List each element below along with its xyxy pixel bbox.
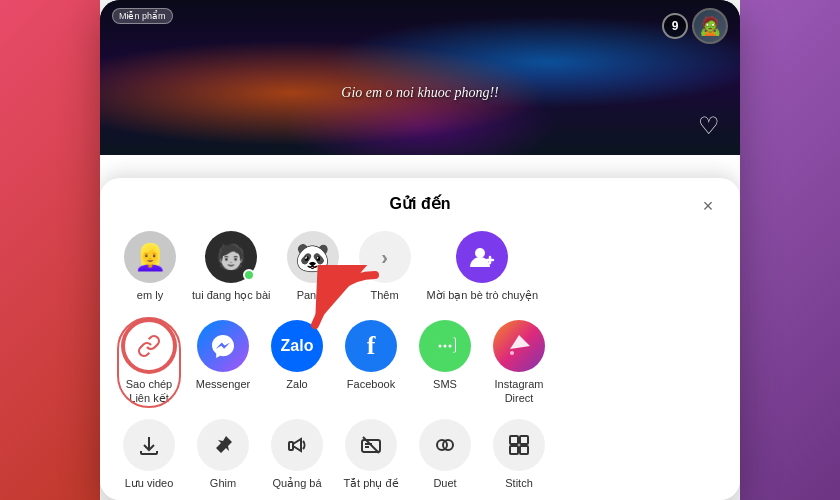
svg-point-5	[444, 345, 447, 348]
action-item-duet[interactable]: Duet	[416, 419, 474, 490]
action-icon-pin	[197, 419, 249, 471]
app-icon-messenger	[197, 320, 249, 372]
action-icon-save-video	[123, 419, 175, 471]
app-item-zalo[interactable]: Zalo Zalo	[268, 320, 326, 391]
action-item-tat-phu-de[interactable]: Tắt phụ đề	[342, 419, 400, 490]
contact-avatar-emly: 👱‍♀️	[124, 231, 176, 283]
game-text: Gio em o noi khuoc phong!!	[341, 85, 498, 101]
svg-rect-17	[510, 446, 518, 454]
sheet-header: Gửi đến ×	[120, 194, 720, 213]
action-item-save-video[interactable]: Lưu video	[120, 419, 178, 490]
contact-label-more: Thêm	[371, 289, 399, 302]
action-item-quang-ba[interactable]: Quảng bá	[268, 419, 326, 490]
bg-left	[0, 0, 100, 500]
mien-pham-badge: Miễn phẩm	[112, 8, 173, 24]
contact-item-add-friend[interactable]: Mời bạn bè trò chuyện	[427, 231, 539, 302]
app-label-zalo: Zalo	[286, 378, 307, 391]
contact-item-more[interactable]: › Thêm	[355, 231, 415, 302]
action-label-duet: Duet	[433, 477, 456, 490]
online-indicator	[243, 269, 255, 281]
app-label-facebook: Facebook	[347, 378, 395, 391]
top-bar: Miễn phẩm 9 🧟	[100, 8, 740, 44]
action-icon-duet	[419, 419, 471, 471]
bg-right	[740, 0, 840, 500]
app-item-instagram-direct[interactable]: InstagramDirect	[490, 320, 548, 404]
app-icon-facebook: f	[345, 320, 397, 372]
contact-item-panda[interactable]: 🐼 Panda	[283, 231, 343, 302]
app-item-copy-link[interactable]: Sao chépLiên kết	[120, 320, 178, 404]
app-label-copy-link: Sao chépLiên kết	[126, 378, 172, 404]
actions-row: Lưu video Ghim Quảng b	[120, 419, 720, 490]
app-icon-copy-link	[123, 320, 175, 372]
action-icon-quang-ba	[271, 419, 323, 471]
svg-rect-15	[510, 436, 518, 444]
app-item-facebook[interactable]: f Facebook	[342, 320, 400, 391]
action-label-save-video: Lưu video	[125, 477, 174, 490]
contact-avatar-more: ›	[359, 231, 411, 283]
level-badge: 9	[662, 13, 688, 39]
action-label-stitch: Stitch	[505, 477, 533, 490]
contact-avatar-panda: 🐼	[287, 231, 339, 283]
app-icon-instagram-direct	[493, 320, 545, 372]
contacts-row: 👱‍♀️ em ly 🧑 tui đang học bài 🐼	[120, 231, 720, 302]
action-label-pin: Ghim	[210, 477, 236, 490]
svg-point-6	[449, 345, 452, 348]
svg-rect-16	[520, 436, 528, 444]
app-label-instagram-direct: InstagramDirect	[495, 378, 544, 404]
apps-row: Sao chépLiên kết Messenger Zalo Zalo f	[120, 320, 720, 404]
contact-label-tui: tui đang học bài	[192, 289, 271, 302]
top-right-area: 9 🧟	[662, 8, 728, 44]
svg-rect-18	[520, 446, 528, 454]
action-label-tat-phu-de: Tắt phụ đề	[343, 477, 398, 490]
app-label-sms: SMS	[433, 378, 457, 391]
game-header: Miễn phẩm 9 🧟 Gio em o noi khuoc phong!!…	[100, 0, 740, 155]
player-avatar: 🧟	[692, 8, 728, 44]
action-icon-stitch	[493, 419, 545, 471]
contact-label-panda: Panda	[297, 289, 329, 302]
app-item-messenger[interactable]: Messenger	[194, 320, 252, 391]
contact-item-emly[interactable]: 👱‍♀️ em ly	[120, 231, 180, 302]
contact-avatar-add-friend	[456, 231, 508, 283]
app-label-messenger: Messenger	[196, 378, 250, 391]
action-label-quang-ba: Quảng bá	[272, 477, 321, 490]
action-item-pin[interactable]: Ghim	[194, 419, 252, 490]
svg-point-0	[475, 248, 485, 258]
contact-label-add-friend: Mời bạn bè trò chuyện	[427, 289, 539, 302]
contact-label-emly: em ly	[137, 289, 163, 302]
app-icon-sms	[419, 320, 471, 372]
contact-item-tui[interactable]: 🧑 tui đang học bài	[192, 231, 271, 302]
svg-point-4	[439, 345, 442, 348]
svg-point-7	[510, 351, 514, 355]
share-sheet: Gửi đến × 👱‍♀️ em ly 🧑	[100, 178, 740, 500]
sheet-title: Gửi đến	[390, 194, 451, 213]
action-icon-tat-phu-de	[345, 419, 397, 471]
app-icon-zalo: Zalo	[271, 320, 323, 372]
action-item-stitch[interactable]: Stitch	[490, 419, 548, 490]
close-button[interactable]: ×	[696, 194, 720, 218]
heart-icon[interactable]: ♡	[698, 112, 720, 140]
app-item-sms[interactable]: SMS	[416, 320, 474, 391]
phone-container: Miễn phẩm 9 🧟 Gio em o noi khuoc phong!!…	[100, 0, 740, 500]
